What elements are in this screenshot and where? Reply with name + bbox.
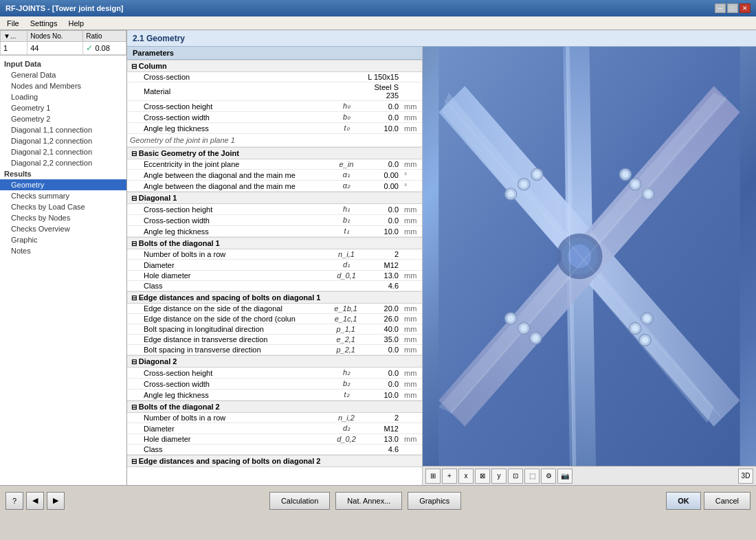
table-row: Angle leg thickness t₂ 10.0 mm: [127, 390, 422, 401]
sidebar-item-nodes-members[interactable]: Nodes and Members: [0, 80, 126, 91]
param-symbol: [333, 82, 360, 101]
graphics-button[interactable]: Graphics: [408, 492, 461, 510]
ok-button[interactable]: OK: [666, 492, 701, 510]
param-symbol: e_in: [333, 159, 360, 170]
spacer-table: Geometry of the joint in plane 1: [127, 134, 422, 147]
settings-button[interactable]: ⚙: [541, 469, 556, 484]
table-row: Angle leg thickness t₀ 10.0 mm: [127, 123, 422, 134]
maximize-button[interactable]: □: [727, 3, 738, 13]
screenshot-button[interactable]: 📷: [557, 469, 572, 484]
sidebar-item-notes[interactable]: Notes: [0, 245, 126, 256]
sidebar-item-diagonal11[interactable]: Diagonal 1,1 connection: [0, 124, 126, 135]
menu-help[interactable]: Help: [64, 18, 88, 29]
param-unit: [401, 82, 422, 101]
calculation-button[interactable]: Calculation: [269, 492, 330, 510]
sidebar-item-checks-load-case[interactable]: Checks by Load Case: [0, 201, 126, 212]
param-unit: mm: [401, 271, 422, 281]
sidebar-item-diagonal21[interactable]: Diagonal 2,1 connection: [0, 146, 126, 157]
param-label: Angle between the diagonal and the main …: [127, 170, 333, 181]
param-label: Diameter: [127, 423, 333, 434]
basic-geometry-section-header[interactable]: Basic Geometry of the Joint: [127, 147, 422, 159]
content-split: Parameters Column Cross-section L 150x15…: [127, 47, 756, 485]
param-value: 26.0: [360, 314, 401, 324]
bolts-diagonal1-header[interactable]: Bolts of the diagonal 1: [127, 237, 422, 249]
menu-file[interactable]: File: [3, 18, 23, 29]
minimize-button[interactable]: ─: [715, 3, 726, 13]
param-unit: mm: [401, 226, 422, 237]
param-value: Steel S 235: [360, 82, 401, 101]
param-symbol: t₂: [333, 390, 360, 401]
param-value: 2: [360, 413, 401, 423]
sidebar-item-geometry2[interactable]: Geometry 2: [0, 113, 126, 124]
param-value: 10.0: [360, 123, 401, 134]
ratio-value: 0.08: [95, 44, 109, 52]
param-unit: mm: [401, 204, 422, 215]
svg-point-17: [632, 181, 638, 188]
left-panel: ▼... Nodes No. Ratio 1 44 ✓ 0.08 Input D…: [0, 30, 127, 485]
param-unit: mm: [401, 390, 422, 401]
svg-point-21: [622, 171, 629, 178]
bolts-diagonal2-header[interactable]: Bolts of the diagonal 2: [127, 401, 422, 413]
param-value: 0.0: [360, 101, 401, 112]
sidebar-item-diagonal12[interactable]: Diagonal 1,2 connection: [0, 135, 126, 146]
param-symbol: e_2,1: [331, 335, 360, 345]
zoom-yr-button[interactable]: ⊡: [508, 469, 523, 484]
prev-button[interactable]: ◀: [26, 492, 44, 510]
sidebar-item-checks-overview[interactable]: Checks Overview: [0, 223, 126, 234]
param-unit: [401, 281, 422, 291]
param-symbol: [333, 281, 360, 291]
nat-annex-button[interactable]: Nat. Annex...: [335, 492, 402, 510]
table-row: Cross-section height h₂ 0.0 mm: [127, 368, 422, 379]
diagonal2-section-header[interactable]: Diagonal 2: [127, 355, 422, 368]
3d-button[interactable]: 3D: [738, 469, 753, 484]
sidebar-item-geometry[interactable]: Geometry: [0, 179, 126, 190]
zoom-xr-button[interactable]: ⊠: [475, 469, 490, 484]
sidebar-item-checks-nodes[interactable]: Checks by Nodes: [0, 212, 126, 223]
sidebar-item-graphic[interactable]: Graphic: [0, 234, 126, 245]
bolts-diagonal1-table: Number of bolts in a row n_i,1 2 Diamete…: [127, 249, 422, 291]
edge-dist-diagonal1-header[interactable]: Edge distances and spacing of bolts on d…: [127, 291, 422, 304]
zoom-all-button[interactable]: ⊞: [425, 469, 441, 484]
menu-settings[interactable]: Settings: [26, 18, 62, 29]
cancel-button[interactable]: Cancel: [704, 492, 751, 510]
col-header-sort[interactable]: ▼...: [1, 31, 27, 42]
param-symbol: [333, 72, 360, 82]
close-button[interactable]: ✕: [740, 3, 751, 13]
zoom-x-button[interactable]: x: [458, 469, 474, 484]
svg-point-31: [644, 315, 651, 322]
diagonal1-section-header[interactable]: Diagonal 1: [127, 192, 422, 204]
param-symbol: α₁: [333, 170, 360, 181]
param-symbol: h₀: [333, 101, 360, 112]
sidebar-item-diagonal22[interactable]: Diagonal 2,2 connection: [0, 157, 126, 168]
spacer-label: Geometry of the joint in plane 1: [127, 134, 422, 147]
graphic-area: ⊞ + x ⊠ y ⊡ ⬚ ⚙ 📷 3D: [423, 47, 756, 485]
column-section-header[interactable]: Column: [127, 60, 422, 72]
help-button[interactable]: ?: [5, 492, 23, 510]
table-row: Cross-section height h₁ 0.0 mm: [127, 204, 422, 215]
graphic-canvas[interactable]: [423, 47, 756, 466]
fit-button[interactable]: ⬚: [524, 469, 540, 484]
table-row: Edge distance on the side of the chord (…: [127, 314, 422, 324]
param-symbol: h₂: [333, 368, 360, 379]
param-label: Cross-section height: [127, 101, 333, 112]
sidebar-item-general-data[interactable]: General Data: [0, 69, 126, 80]
svg-point-33: [642, 337, 649, 344]
next-button[interactable]: ▶: [47, 492, 65, 510]
param-value: M12: [360, 260, 401, 271]
param-unit: mm: [401, 324, 422, 335]
table-row: Material Steel S 235: [127, 82, 422, 101]
edge-dist-diagonal2-header[interactable]: Edge distances and spacing of bolts on d…: [127, 455, 422, 467]
zoom-in-button[interactable]: +: [442, 469, 457, 484]
param-label: Bolt spacing in longitudinal direction: [127, 324, 331, 335]
param-symbol: e_1b,1: [331, 304, 360, 314]
zoom-y-button[interactable]: y: [491, 469, 507, 484]
param-symbol: b₁: [333, 215, 360, 226]
sidebar-item-checks-summary[interactable]: Checks summary: [0, 190, 126, 201]
sidebar-item-geometry1[interactable]: Geometry 1: [0, 102, 126, 113]
table-row: Class 4.6: [127, 281, 422, 291]
param-unit: [401, 249, 422, 260]
table-row[interactable]: 1 44 ✓ 0.08: [1, 42, 126, 55]
sidebar-item-loading[interactable]: Loading: [0, 91, 126, 102]
row-node: 44: [27, 42, 83, 55]
tree-nav: Input Data General Data Nodes and Member…: [0, 56, 126, 485]
